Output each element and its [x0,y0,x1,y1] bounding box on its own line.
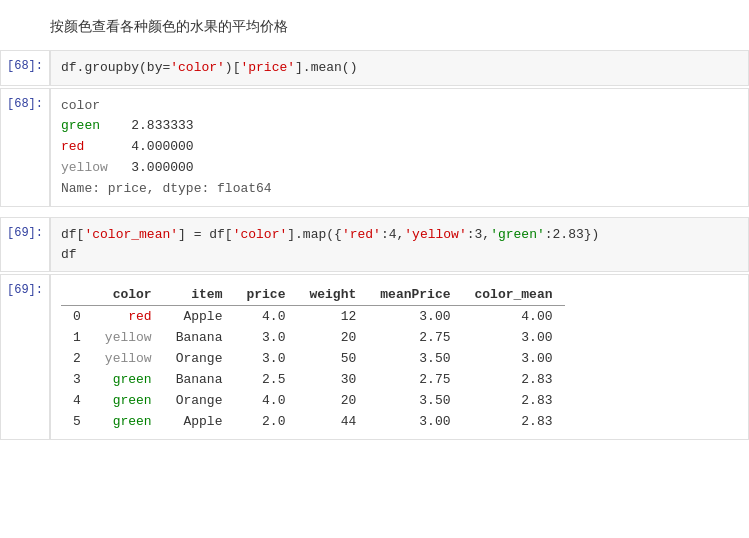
cell-value: 3.0 [234,327,297,348]
cell-color: red [93,306,164,328]
cell-value: Apple [164,411,235,432]
cell-value: 2.83 [463,390,565,411]
cell-value: 3.50 [368,348,462,369]
cell-69-input-number: [69]: [1,218,49,248]
cell-value: 4.0 [234,390,297,411]
dataframe-table: color item price weight meanPrice color_… [61,284,565,432]
cell-value: Orange [164,390,235,411]
cell-value: Apple [164,306,235,328]
cell-value: 3.0 [234,348,297,369]
cell-69-output-content: color item price weight meanPrice color_… [49,275,748,439]
cell-68-input-content[interactable]: df.groupby(by='color')['price'].mean() [49,51,748,85]
cell-index: 3 [61,369,93,390]
cell-value: 20 [297,390,368,411]
table-row: 5greenApple2.0443.002.83 [61,411,565,432]
cell-68-output-content: color green 2.833333 red 4.000000 yellow… [49,89,748,207]
cell-color: green [93,390,164,411]
cell-68-output-number: [68]: [1,89,49,119]
cell-value: Banana [164,327,235,348]
cell-value: 3.00 [368,306,462,328]
page-title: 按颜色查看各种颜色的水果的平均价格 [0,10,749,48]
cell-value: 20 [297,327,368,348]
code-line-2: df [61,245,738,265]
cell-69-input-content[interactable]: df['color_mean'] = df['color'].map({'red… [49,218,748,271]
col-header-meanprice: meanPrice [368,284,462,306]
col-header-item: item [164,284,235,306]
table-row: 2yellowOrange3.0503.503.00 [61,348,565,369]
cell-value: 12 [297,306,368,328]
col-header-color: color [93,284,164,306]
cell-value: Banana [164,369,235,390]
cell-index: 5 [61,411,93,432]
cell-value: 3.00 [463,348,565,369]
cell-value: 2.5 [234,369,297,390]
cell-index: 0 [61,306,93,328]
cell-value: 44 [297,411,368,432]
cell-color: yellow [93,327,164,348]
cell-color: yellow [93,348,164,369]
cell-value: 50 [297,348,368,369]
table-row: 4greenOrange4.0203.502.83 [61,390,565,411]
table-row: 0redApple4.0123.004.00 [61,306,565,328]
table-header-row: color item price weight meanPrice color_… [61,284,565,306]
cell-color: green [93,369,164,390]
output-block: color green 2.833333 red 4.000000 yellow… [61,96,738,200]
col-header-colormean: color_mean [463,284,565,306]
cell-value: 4.00 [463,306,565,328]
cell-68-output: [68]: color green 2.833333 red 4.000000 … [0,88,749,208]
code-text: df.groupby(by='color')['price'].mean() [61,60,357,75]
cell-value: 2.83 [463,411,565,432]
cell-69-input: [69]: df['color_mean'] = df['color'].map… [0,217,749,272]
col-header-weight: weight [297,284,368,306]
cell-value: 3.00 [463,327,565,348]
cell-value: 3.50 [368,390,462,411]
cell-68-input: [68]: df.groupby(by='color')['price'].me… [0,50,749,86]
cell-value: 30 [297,369,368,390]
cell-68-input-number: [68]: [1,51,49,81]
cell-value: 2.75 [368,327,462,348]
cell-69-output-number: [69]: [1,275,49,305]
table-row: 3greenBanana2.5302.752.83 [61,369,565,390]
cell-value: 2.75 [368,369,462,390]
code-line-1: df['color_mean'] = df['color'].map({'red… [61,225,738,245]
cell-index: 2 [61,348,93,369]
cell-index: 4 [61,390,93,411]
cell-value: 2.83 [463,369,565,390]
cell-value: 4.0 [234,306,297,328]
col-header-index [61,284,93,306]
cell-value: Orange [164,348,235,369]
table-row: 1yellowBanana3.0202.753.00 [61,327,565,348]
spacer [0,209,749,215]
col-header-price: price [234,284,297,306]
cell-69-output: [69]: color item price weight meanPrice … [0,274,749,440]
cell-color: green [93,411,164,432]
cell-value: 2.0 [234,411,297,432]
cell-value: 3.00 [368,411,462,432]
cell-index: 1 [61,327,93,348]
